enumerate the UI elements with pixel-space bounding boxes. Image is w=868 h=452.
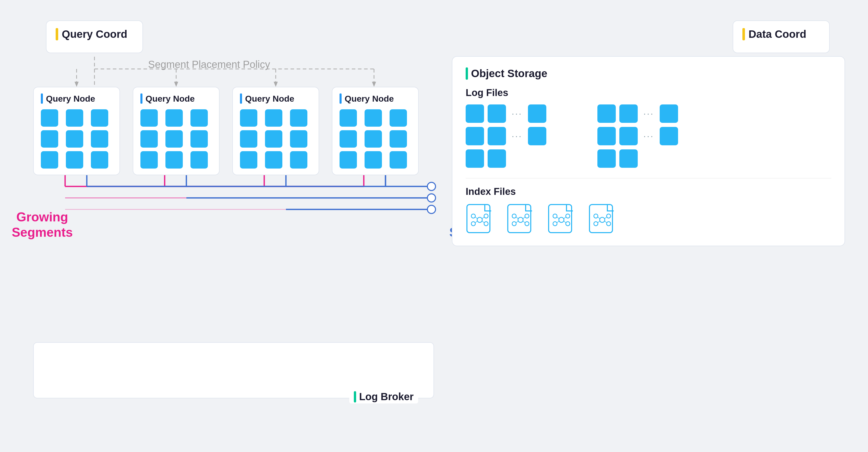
seg [390, 109, 407, 127]
log-broker-bar [354, 391, 356, 402]
index-icons-row [466, 203, 831, 235]
svg-line-44 [482, 217, 484, 219]
query-node-2-title: Query Node [141, 93, 212, 104]
index-icon-3 [547, 203, 576, 235]
svg-point-49 [512, 214, 516, 218]
svg-line-46 [482, 221, 484, 223]
query-node-4: Query Node [332, 87, 419, 175]
seg [340, 109, 357, 127]
seg [365, 109, 382, 127]
log-group-2: ··· ··· [597, 104, 678, 168]
seg [340, 130, 357, 148]
svg-point-33 [427, 194, 436, 202]
svg-point-39 [471, 214, 475, 218]
spacer [562, 104, 582, 168]
qn1-bar [41, 93, 43, 104]
seg [91, 109, 108, 127]
svg-point-51 [512, 222, 516, 226]
svg-point-34 [427, 205, 436, 213]
svg-rect-47 [508, 205, 531, 233]
seg [390, 151, 407, 169]
svg-point-59 [553, 214, 557, 218]
data-coord-box: Data Coord [733, 21, 830, 53]
seg [290, 151, 307, 169]
log-sq [488, 127, 506, 145]
log-sq [466, 149, 484, 168]
svg-point-38 [477, 217, 482, 222]
log-row: ··· [597, 127, 678, 145]
svg-point-61 [553, 222, 557, 226]
qn4-bar [340, 93, 342, 104]
svg-point-72 [607, 222, 611, 226]
query-node-3: Query Node [232, 87, 319, 175]
log-broker-label: Log Broker [349, 390, 418, 403]
index-icon-2 [506, 203, 535, 235]
svg-line-54 [523, 217, 525, 219]
data-coord-title: Data Coord [742, 28, 820, 40]
log-sq [619, 149, 638, 168]
svg-point-42 [484, 222, 488, 226]
svg-point-71 [594, 222, 598, 226]
log-files-grid: ··· ··· [466, 104, 831, 168]
svg-line-63 [557, 217, 559, 219]
query-coord-title: Query Coord [56, 28, 133, 40]
log-row [597, 149, 678, 168]
svg-rect-37 [467, 205, 490, 233]
log-sq [488, 104, 506, 123]
log-sq [597, 104, 616, 123]
svg-line-43 [475, 217, 477, 219]
seg [265, 130, 282, 148]
svg-line-45 [475, 221, 477, 223]
query-node-2: Query Node [133, 87, 220, 175]
seg [141, 151, 158, 169]
svg-rect-57 [549, 205, 571, 233]
object-storage-box: Object Storage Log Files ··· [452, 56, 845, 246]
svg-line-53 [516, 217, 518, 219]
svg-line-65 [557, 221, 559, 223]
seg [66, 151, 83, 169]
seg [66, 109, 83, 127]
svg-line-76 [605, 221, 607, 223]
svg-marker-3 [74, 82, 79, 87]
svg-point-32 [427, 182, 436, 190]
svg-marker-7 [274, 82, 278, 87]
seg [141, 109, 158, 127]
svg-line-75 [598, 221, 600, 223]
seg [165, 151, 183, 169]
log-row: ··· [466, 104, 546, 123]
qn4-segments [340, 109, 411, 169]
seg [240, 130, 257, 148]
log-group-1: ··· ··· [466, 104, 546, 168]
svg-point-62 [566, 222, 570, 226]
seg [66, 130, 83, 148]
index-files-title: Index Files [466, 186, 831, 197]
qn2-segments [141, 109, 212, 169]
svg-line-66 [564, 221, 566, 223]
svg-line-55 [516, 221, 518, 223]
log-sq [660, 104, 678, 123]
index-icon-1 [466, 203, 494, 235]
svg-rect-67 [589, 205, 613, 233]
log-sq [488, 149, 506, 168]
query-node-4-title: Query Node [340, 93, 411, 104]
seg [265, 151, 282, 169]
qn1-segments [41, 109, 112, 169]
seg [340, 151, 357, 169]
storage-bar [466, 67, 468, 80]
seg [240, 109, 257, 127]
seg [41, 109, 58, 127]
log-sq [528, 127, 546, 145]
seg [365, 151, 382, 169]
svg-point-48 [518, 217, 523, 222]
query-node-1: Query Node [33, 87, 120, 175]
svg-point-52 [525, 222, 529, 226]
svg-point-70 [607, 214, 611, 218]
log-sq [660, 127, 678, 145]
seg [141, 130, 158, 148]
log-files-area: Log Files ··· ··· [466, 87, 831, 168]
svg-line-56 [523, 221, 525, 223]
data-coord-bar [742, 28, 745, 40]
log-sq [528, 104, 546, 123]
log-sq [466, 127, 484, 145]
svg-point-50 [525, 214, 529, 218]
